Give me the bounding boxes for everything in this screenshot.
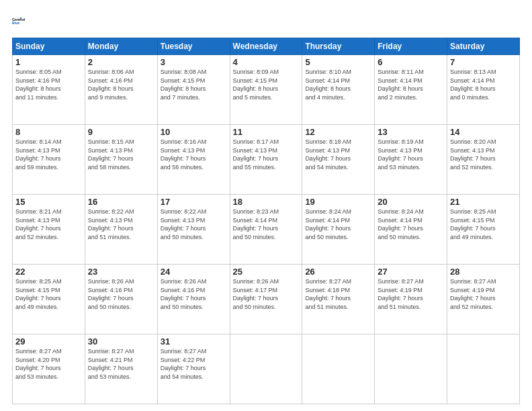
calendar-week-1: 1Sunrise: 8:05 AM Sunset: 4:16 PM Daylig… xyxy=(13,55,520,125)
calendar-cell: 24Sunrise: 8:26 AM Sunset: 4:16 PM Dayli… xyxy=(157,265,230,334)
calendar-cell: 3Sunrise: 8:08 AM Sunset: 4:15 PM Daylig… xyxy=(157,55,230,125)
calendar-cell: 21Sunrise: 8:25 AM Sunset: 4:15 PM Dayli… xyxy=(447,195,520,265)
calendar-cell xyxy=(375,334,447,404)
day-number: 7 xyxy=(450,57,517,67)
calendar-cell xyxy=(302,334,375,404)
calendar-cell: 18Sunrise: 8:23 AM Sunset: 4:14 PM Dayli… xyxy=(230,195,302,265)
day-number: 5 xyxy=(305,57,371,67)
day-info: Sunrise: 8:21 AM Sunset: 4:13 PM Dayligh… xyxy=(15,208,82,241)
calendar-cell xyxy=(230,334,302,404)
day-number: 15 xyxy=(15,197,82,207)
calendar-cell: 9Sunrise: 8:15 AM Sunset: 4:13 PM Daylig… xyxy=(85,125,157,195)
day-number: 1 xyxy=(15,57,82,67)
day-info: Sunrise: 8:26 AM Sunset: 4:16 PM Dayligh… xyxy=(161,277,227,311)
day-info: Sunrise: 8:14 AM Sunset: 4:13 PM Dayligh… xyxy=(15,138,82,171)
calendar-cell: 23Sunrise: 8:26 AM Sunset: 4:16 PM Dayli… xyxy=(85,265,157,334)
day-number: 18 xyxy=(233,197,300,207)
day-info: Sunrise: 8:27 AM Sunset: 4:20 PM Dayligh… xyxy=(15,347,82,381)
day-info: Sunrise: 8:10 AM Sunset: 4:14 PM Dayligh… xyxy=(305,68,371,101)
day-info: Sunrise: 8:22 AM Sunset: 4:13 PM Dayligh… xyxy=(161,208,227,241)
day-info: Sunrise: 8:13 AM Sunset: 4:14 PM Dayligh… xyxy=(450,68,517,101)
calendar-page: General Blue SundayMondayTuesdayWednesda… xyxy=(0,0,532,411)
day-info: Sunrise: 8:27 AM Sunset: 4:22 PM Dayligh… xyxy=(161,347,227,381)
day-info: Sunrise: 8:20 AM Sunset: 4:13 PM Dayligh… xyxy=(450,138,517,171)
day-number: 26 xyxy=(305,267,371,277)
day-number: 17 xyxy=(161,197,227,207)
day-info: Sunrise: 8:27 AM Sunset: 4:19 PM Dayligh… xyxy=(378,277,444,311)
day-info: Sunrise: 8:27 AM Sunset: 4:19 PM Dayligh… xyxy=(450,277,517,311)
calendar-cell: 28Sunrise: 8:27 AM Sunset: 4:19 PM Dayli… xyxy=(447,265,520,334)
calendar-cell: 2Sunrise: 8:06 AM Sunset: 4:16 PM Daylig… xyxy=(85,55,157,125)
day-number: 16 xyxy=(88,197,154,207)
calendar-header-tuesday: Tuesday xyxy=(157,38,230,55)
day-info: Sunrise: 8:16 AM Sunset: 4:13 PM Dayligh… xyxy=(161,138,227,171)
logo-icon: General Blue xyxy=(12,12,34,31)
calendar-cell: 16Sunrise: 8:22 AM Sunset: 4:13 PM Dayli… xyxy=(85,195,157,265)
day-number: 27 xyxy=(378,267,444,277)
day-number: 11 xyxy=(233,127,300,137)
day-info: Sunrise: 8:25 AM Sunset: 4:15 PM Dayligh… xyxy=(450,208,517,241)
day-number: 12 xyxy=(305,127,371,137)
day-number: 20 xyxy=(378,197,444,207)
day-number: 8 xyxy=(15,127,82,137)
calendar-cell: 22Sunrise: 8:25 AM Sunset: 4:15 PM Dayli… xyxy=(13,265,85,334)
calendar-header-sunday: Sunday xyxy=(13,38,85,55)
calendar-table: SundayMondayTuesdayWednesdayThursdayFrid… xyxy=(12,38,520,404)
calendar-cell: 12Sunrise: 8:18 AM Sunset: 4:13 PM Dayli… xyxy=(302,125,375,195)
day-info: Sunrise: 8:18 AM Sunset: 4:13 PM Dayligh… xyxy=(305,138,371,171)
calendar-cell: 30Sunrise: 8:27 AM Sunset: 4:21 PM Dayli… xyxy=(85,334,157,404)
day-number: 2 xyxy=(88,57,154,67)
day-info: Sunrise: 8:09 AM Sunset: 4:15 PM Dayligh… xyxy=(233,68,300,101)
calendar-cell: 4Sunrise: 8:09 AM Sunset: 4:15 PM Daylig… xyxy=(230,55,302,125)
calendar-cell: 15Sunrise: 8:21 AM Sunset: 4:13 PM Dayli… xyxy=(13,195,85,265)
calendar-cell: 8Sunrise: 8:14 AM Sunset: 4:13 PM Daylig… xyxy=(13,125,85,195)
calendar-cell: 25Sunrise: 8:26 AM Sunset: 4:17 PM Dayli… xyxy=(230,265,302,334)
day-info: Sunrise: 8:27 AM Sunset: 4:18 PM Dayligh… xyxy=(305,277,371,311)
day-info: Sunrise: 8:05 AM Sunset: 4:16 PM Dayligh… xyxy=(15,68,82,101)
day-number: 30 xyxy=(88,336,154,347)
calendar-cell: 11Sunrise: 8:17 AM Sunset: 4:13 PM Dayli… xyxy=(230,125,302,195)
calendar-cell xyxy=(447,334,520,404)
day-number: 13 xyxy=(378,127,444,137)
day-info: Sunrise: 8:11 AM Sunset: 4:14 PM Dayligh… xyxy=(378,68,444,101)
calendar-week-5: 29Sunrise: 8:27 AM Sunset: 4:20 PM Dayli… xyxy=(13,334,520,404)
day-info: Sunrise: 8:26 AM Sunset: 4:17 PM Dayligh… xyxy=(233,277,300,311)
day-number: 28 xyxy=(450,267,517,277)
calendar-header-thursday: Thursday xyxy=(302,38,375,55)
day-info: Sunrise: 8:08 AM Sunset: 4:15 PM Dayligh… xyxy=(161,68,227,101)
header: General Blue xyxy=(12,12,520,31)
calendar-cell: 20Sunrise: 8:24 AM Sunset: 4:14 PM Dayli… xyxy=(375,195,447,265)
day-info: Sunrise: 8:22 AM Sunset: 4:13 PM Dayligh… xyxy=(88,208,154,241)
calendar-cell: 31Sunrise: 8:27 AM Sunset: 4:22 PM Dayli… xyxy=(157,334,230,404)
logo: General Blue xyxy=(12,12,34,31)
day-info: Sunrise: 8:24 AM Sunset: 4:14 PM Dayligh… xyxy=(305,208,371,241)
calendar-cell: 19Sunrise: 8:24 AM Sunset: 4:14 PM Dayli… xyxy=(302,195,375,265)
calendar-week-2: 8Sunrise: 8:14 AM Sunset: 4:13 PM Daylig… xyxy=(13,125,520,195)
calendar-header-saturday: Saturday xyxy=(447,38,520,55)
calendar-cell: 13Sunrise: 8:19 AM Sunset: 4:13 PM Dayli… xyxy=(375,125,447,195)
calendar-cell: 10Sunrise: 8:16 AM Sunset: 4:13 PM Dayli… xyxy=(157,125,230,195)
day-info: Sunrise: 8:17 AM Sunset: 4:13 PM Dayligh… xyxy=(233,138,300,171)
day-number: 25 xyxy=(233,267,300,277)
day-number: 10 xyxy=(161,127,227,137)
day-number: 23 xyxy=(88,267,154,277)
day-number: 14 xyxy=(450,127,517,137)
calendar-header-row: SundayMondayTuesdayWednesdayThursdayFrid… xyxy=(13,38,520,55)
svg-marker-3 xyxy=(19,18,21,19)
calendar-cell: 29Sunrise: 8:27 AM Sunset: 4:20 PM Dayli… xyxy=(13,334,85,404)
calendar-cell: 27Sunrise: 8:27 AM Sunset: 4:19 PM Dayli… xyxy=(375,265,447,334)
svg-text:Blue: Blue xyxy=(12,21,19,25)
day-number: 31 xyxy=(161,336,227,347)
calendar-header-friday: Friday xyxy=(375,38,447,55)
day-number: 29 xyxy=(15,336,82,347)
calendar-cell: 6Sunrise: 8:11 AM Sunset: 4:14 PM Daylig… xyxy=(375,55,447,125)
day-number: 3 xyxy=(161,57,227,67)
calendar-cell: 5Sunrise: 8:10 AM Sunset: 4:14 PM Daylig… xyxy=(302,55,375,125)
calendar-week-3: 15Sunrise: 8:21 AM Sunset: 4:13 PM Dayli… xyxy=(13,195,520,265)
day-info: Sunrise: 8:25 AM Sunset: 4:15 PM Dayligh… xyxy=(15,277,82,311)
calendar-header-monday: Monday xyxy=(85,38,157,55)
calendar-cell: 26Sunrise: 8:27 AM Sunset: 4:18 PM Dayli… xyxy=(302,265,375,334)
calendar-week-4: 22Sunrise: 8:25 AM Sunset: 4:15 PM Dayli… xyxy=(13,265,520,334)
day-info: Sunrise: 8:19 AM Sunset: 4:13 PM Dayligh… xyxy=(378,138,444,171)
day-info: Sunrise: 8:27 AM Sunset: 4:21 PM Dayligh… xyxy=(88,347,154,381)
